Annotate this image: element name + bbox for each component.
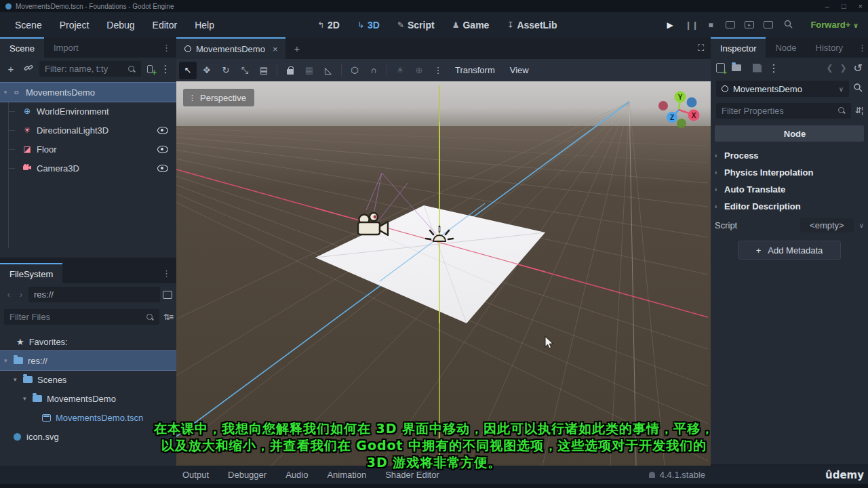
favorites-row[interactable]: ★ Favorites: xyxy=(0,332,176,351)
inspector-section-node[interactable]: Node xyxy=(715,125,864,142)
filesystem-panel-menu-icon[interactable]: ⋮ xyxy=(157,263,176,283)
history-back-icon[interactable]: ❮ xyxy=(826,63,833,73)
workspace-3d[interactable]: ↳ 3D xyxy=(352,18,385,33)
path-field[interactable] xyxy=(28,287,160,302)
tab-import[interactable]: Import xyxy=(44,37,88,58)
property-tools-icon[interactable]: ⇵¦ xyxy=(855,106,863,115)
axis-neg-z-ball[interactable] xyxy=(687,98,697,108)
list-select-tool[interactable]: ▤ xyxy=(255,62,273,79)
tab-inspector[interactable]: Inspector xyxy=(711,37,766,58)
sort-files-icon[interactable]: ⇅≡ xyxy=(163,312,172,322)
visibility-eye-icon[interactable] xyxy=(157,146,168,153)
new-scene-tab-button[interactable]: + xyxy=(285,37,308,59)
pause-button[interactable]: ❙❙ xyxy=(685,20,696,30)
tree-row-directionallight3d[interactable]: ☀ DirectionalLight3D xyxy=(0,121,176,140)
group-button[interactable]: ▦ xyxy=(300,62,318,79)
workspace-game[interactable]: ♟ Game xyxy=(447,18,495,33)
workspace-assetlib[interactable]: ↧ AssetLib xyxy=(501,18,562,33)
split-view-icon[interactable] xyxy=(163,291,172,299)
new-resource-button[interactable] xyxy=(716,63,725,73)
ruler-tool[interactable]: ◺ xyxy=(319,62,337,79)
tab-scene[interactable]: Scene xyxy=(0,37,44,58)
fs-row-scenes[interactable]: ▾ Scenes xyxy=(0,370,176,389)
fs-row-icon-svg[interactable]: icon.svg xyxy=(0,427,176,446)
run-current-scene-button[interactable]: ▸ xyxy=(745,21,754,28)
file-filter[interactable] xyxy=(4,309,159,325)
collapse-icon[interactable]: ▾ xyxy=(4,357,14,364)
debug-magnifier-button[interactable] xyxy=(783,20,793,30)
perspective-button[interactable]: ⋮ Perspective xyxy=(183,89,254,106)
scene-tab-movementsdemo[interactable]: MovementsDemo × xyxy=(176,37,285,59)
bottom-tab-debugger[interactable]: Debugger xyxy=(218,470,276,480)
scene-panel-menu-icon[interactable]: ⋮ xyxy=(157,37,176,58)
property-filter-input[interactable] xyxy=(722,106,837,116)
workspace-script[interactable]: ✎ Script xyxy=(392,18,440,33)
sun-preview-toggle[interactable]: ☀ xyxy=(391,62,409,79)
select-tool[interactable]: ↖ xyxy=(179,62,197,79)
fs-row-root[interactable]: ▾ res:// xyxy=(0,351,176,370)
scene-tree-menu-icon[interactable]: ⋮ xyxy=(159,63,172,75)
axis-neg-x-ball[interactable] xyxy=(658,101,668,110)
run-project-button[interactable]: ▶ xyxy=(665,20,675,30)
category-process[interactable]: › Process xyxy=(715,147,864,164)
fs-row-movementsdemo[interactable]: ▾ MovementsDemo xyxy=(0,389,176,408)
add-metadata-button[interactable]: + Add Metadata xyxy=(738,241,841,260)
close-button[interactable]: × xyxy=(859,2,863,10)
lock-button[interactable] xyxy=(281,62,299,79)
inspector-panel-menu-icon[interactable]: ⋮ xyxy=(852,37,868,58)
nav-back-icon[interactable]: ‹ xyxy=(4,289,14,300)
viewport-3d[interactable]: Y X Z xyxy=(176,81,711,466)
attach-script-button[interactable] xyxy=(145,64,155,74)
tree-row-camera3d[interactable]: Camera3D xyxy=(0,159,176,178)
rotate-tool[interactable]: ↻ xyxy=(217,62,235,79)
menu-help[interactable]: Help xyxy=(188,17,221,33)
bottom-tab-animation[interactable]: Animation xyxy=(317,470,376,480)
nav-forward-icon[interactable]: › xyxy=(16,289,26,300)
edited-node-selector[interactable]: MovementsDemo ∨ xyxy=(716,81,849,97)
collapse-icon[interactable]: ▾ xyxy=(14,376,23,383)
save-resource-button[interactable] xyxy=(753,64,762,73)
mesh-options-button[interactable]: ⬡ xyxy=(346,62,363,79)
collapse-icon[interactable]: ▾ xyxy=(23,395,33,402)
resource-extra-menu-icon[interactable]: ⋮ xyxy=(768,62,779,75)
category-editor-description[interactable]: › Editor Description xyxy=(715,198,864,215)
category-auto-translate[interactable]: › Auto Translate xyxy=(715,181,864,198)
menu-debug[interactable]: Debug xyxy=(100,17,141,33)
run-remote-button[interactable] xyxy=(726,21,735,28)
open-docs-button[interactable] xyxy=(853,83,863,95)
tree-row-root[interactable]: ▾ ○ MovementsDemo xyxy=(0,83,176,102)
expand-viewport-icon[interactable]: ⛶ xyxy=(691,37,711,59)
maximize-button[interactable]: □ xyxy=(842,2,846,10)
bottom-tab-output[interactable]: Output xyxy=(173,470,218,480)
history-list-icon[interactable]: ↺ xyxy=(854,62,863,75)
bottom-tab-shader-editor[interactable]: Shader Editor xyxy=(376,470,449,480)
menu-editor[interactable]: Editor xyxy=(146,17,184,33)
history-forward-icon[interactable]: ❯ xyxy=(840,63,847,73)
collapse-icon[interactable]: ▾ xyxy=(0,89,11,96)
property-filter[interactable] xyxy=(716,103,851,119)
move-tool[interactable]: ✥ xyxy=(198,62,216,79)
file-filter-input[interactable] xyxy=(9,312,146,322)
workspace-2d[interactable]: ↰ 2D xyxy=(312,18,345,33)
scene-filter[interactable] xyxy=(39,61,141,77)
load-resource-button[interactable] xyxy=(732,64,741,71)
renderer-selector[interactable]: Forward+ ∨ xyxy=(810,20,859,30)
axis-neg-y-ball[interactable] xyxy=(677,119,686,128)
close-tab-icon[interactable]: × xyxy=(273,44,278,54)
stop-button[interactable]: ■ xyxy=(705,20,716,30)
bottom-tab-audio[interactable]: Audio xyxy=(276,470,317,480)
visibility-eye-icon[interactable] xyxy=(157,127,168,134)
tab-node[interactable]: Node xyxy=(766,37,806,58)
view-menu[interactable]: View xyxy=(503,65,536,75)
visibility-eye-icon[interactable] xyxy=(157,165,168,172)
menu-project[interactable]: Project xyxy=(53,17,96,33)
scene-filter-input[interactable] xyxy=(45,64,127,74)
snap-toggle[interactable]: ∩ xyxy=(365,62,382,79)
instantiate-scene-button[interactable] xyxy=(22,63,35,75)
category-physics-interpolation[interactable]: › Physics Interpolation xyxy=(715,164,864,181)
menu-scene[interactable]: Scene xyxy=(8,17,49,33)
environment-preview-toggle[interactable]: ⊕ xyxy=(410,62,428,79)
transform-menu[interactable]: Transform xyxy=(448,65,502,75)
viewport-extra-menu-icon[interactable]: ⋮ xyxy=(429,62,447,79)
chevron-down-icon[interactable]: ∨ xyxy=(859,222,864,229)
